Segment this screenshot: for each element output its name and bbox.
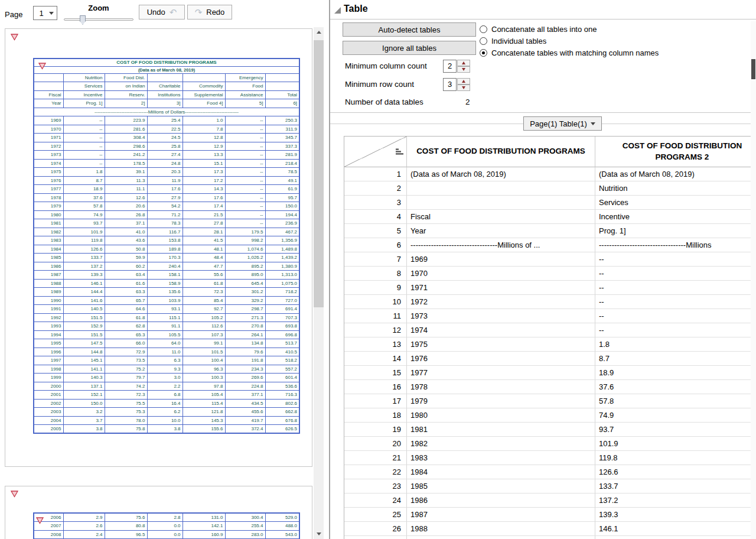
pdf-cell: 153.8 xyxy=(147,236,183,245)
auto-detect-tables-button[interactable]: Auto-detect tables xyxy=(343,22,476,37)
table-red-triangle-icon[interactable] xyxy=(36,516,44,523)
column-header-1[interactable]: COST OF FOOD DISTRIBUTION PROGRAMS xyxy=(407,137,595,167)
table-row[interactable]: 111973-- xyxy=(344,309,756,323)
pdf-cell: 73.5 xyxy=(105,356,147,365)
scroll-up-icon[interactable] xyxy=(314,27,324,37)
pdf-data-row: 1996144.872.911.0101.579.6410.5 xyxy=(34,348,299,356)
table-row[interactable]: 17197957.8 xyxy=(344,394,756,408)
table-row[interactable]: 251987139.3 xyxy=(344,508,756,522)
pdf-cell: 1,439.2 xyxy=(265,254,299,262)
radio-option[interactable]: Individual tables xyxy=(480,36,546,46)
cell-column-2: -- xyxy=(595,309,756,323)
pdf-cell: 12.8 xyxy=(183,134,225,142)
pdf-cell: 49.1 xyxy=(265,176,299,185)
pdf-cell: 137.1 xyxy=(63,382,105,391)
table-row[interactable]: 1(Data as of March 08, 2019)(Data as of … xyxy=(344,167,756,181)
page-red-triangle-icon[interactable] xyxy=(11,33,18,40)
table-row[interactable]: 231985133.7 xyxy=(344,479,756,493)
row-number: 20 xyxy=(344,437,407,451)
table-row[interactable]: 2Nutrition xyxy=(344,181,756,196)
table-row[interactable]: 211983119.8 xyxy=(344,451,756,465)
pdf-cell: Food xyxy=(225,82,265,91)
minimum-row-count-input[interactable]: 3 xyxy=(443,78,457,91)
pdf-cell: 141.1 xyxy=(63,365,105,374)
table-row[interactable]: 6----------------------------------Milli… xyxy=(344,238,756,252)
table-row[interactable]: 16197837.6 xyxy=(344,380,756,394)
pdf-cell: 1977 xyxy=(34,185,63,194)
table-row[interactable]: 261988146.1 xyxy=(344,522,756,536)
table-row[interactable]: 18198074.9 xyxy=(344,408,756,423)
scroll-down-icon[interactable] xyxy=(314,529,324,539)
table-row[interactable]: 1419768.7 xyxy=(344,352,756,366)
radio-option[interactable]: Concatenate all tables into one xyxy=(480,24,597,34)
zoom-slider-thumb[interactable] xyxy=(80,15,86,25)
table-row[interactable]: 4FiscalIncentive xyxy=(344,210,756,224)
table-row[interactable]: 3Services xyxy=(344,196,756,210)
pdf-cell: 48.4 xyxy=(183,254,225,262)
stepper-down-icon[interactable] xyxy=(457,66,470,73)
table-row[interactable]: 121974-- xyxy=(344,323,756,337)
zoom-slider[interactable] xyxy=(64,18,133,21)
pdf-table-2[interactable]: 20062.975.62.8131.0300.4529.020072.680.8… xyxy=(33,512,300,539)
pdf-cell: 707.3 xyxy=(265,313,299,322)
page-table-dropdown[interactable]: Page(1) Table(1) xyxy=(523,116,602,131)
pdf-cell: 676.8 xyxy=(265,416,299,425)
pdf-data-row: 1985133.759.9170.348.41,026.21,439.2 xyxy=(34,254,299,262)
grid-corner-cell[interactable] xyxy=(344,137,407,167)
table-row[interactable]: 91971-- xyxy=(344,281,756,295)
table-row[interactable]: 15197718.9 xyxy=(344,366,756,380)
radio-option[interactable]: Concatenate tables with matching column … xyxy=(480,48,659,57)
pdf-cell: 1999 xyxy=(34,374,63,382)
page-select[interactable]: 1 xyxy=(33,6,57,20)
cell-column-2: (Data as of March 08, 2019) xyxy=(595,167,756,181)
table-row[interactable]: 201982101.9 xyxy=(344,437,756,451)
stepper-up-icon[interactable] xyxy=(457,78,470,85)
options-scrollbar-thumb[interactable] xyxy=(751,59,755,79)
radio-selected-icon[interactable] xyxy=(480,49,487,57)
table-row[interactable]: 271989144.4 xyxy=(344,536,756,539)
table-row[interactable]: 81970-- xyxy=(344,267,756,281)
table-row[interactable]: 241986137.2 xyxy=(344,493,756,508)
table-row[interactable]: 5YearProg. 1] xyxy=(344,224,756,238)
pdf-cell: 467.2 xyxy=(265,228,299,236)
stepper-down-icon[interactable] xyxy=(457,85,470,91)
pdf-cell: Food Dist. xyxy=(105,73,147,82)
chevron-down-icon xyxy=(49,12,54,15)
data-preview-grid: COST OF FOOD DISTRIBUTION PROGRAMS COST … xyxy=(344,136,756,539)
pdf-cell: 158.1 xyxy=(147,271,183,280)
pdf-cell: 1997 xyxy=(34,356,63,365)
minimum-column-count-input[interactable]: 2 xyxy=(443,60,457,73)
ignore-all-tables-button[interactable]: Ignore all tables xyxy=(343,41,476,55)
outline-disclosure-icon[interactable] xyxy=(334,7,341,14)
pdf-cell: -- xyxy=(63,142,105,151)
column-header-2[interactable]: COST OF FOOD DISTRIBUTION PROGRAMS 2 xyxy=(595,137,756,167)
table-row[interactable]: 19198193.7 xyxy=(344,423,756,437)
table-row[interactable]: 101972-- xyxy=(344,295,756,309)
radio-unselected-icon[interactable] xyxy=(480,37,487,45)
cell-column-2: 146.1 xyxy=(595,522,756,536)
pdf-header-row: Serviceson IndianCharitableCommodityFood xyxy=(34,82,299,91)
redo-button[interactable]: ↷ Redo xyxy=(187,5,232,20)
radio-option-label: Individual tables xyxy=(491,37,546,46)
pdf-cell: 116.7 xyxy=(147,228,183,236)
pdf-cell: 74.2 xyxy=(105,382,147,391)
pdf-cell: 2.9 xyxy=(63,513,105,522)
pdf-table-1[interactable]: COST OF FOOD DISTRIBUTION PROGRAMS (Data… xyxy=(33,58,300,434)
pdf-cell: 1.0 xyxy=(183,116,225,125)
page-red-triangle-icon[interactable] xyxy=(11,489,18,496)
cell-column-1: 1980 xyxy=(407,408,595,423)
undo-button[interactable]: Undo ↶ xyxy=(139,5,185,20)
table-red-triangle-icon[interactable] xyxy=(38,61,46,69)
preview-scrollbar-thumb[interactable] xyxy=(314,40,324,307)
table-row[interactable]: 221984126.6 xyxy=(344,465,756,479)
cell-column-2: 18.9 xyxy=(595,366,756,380)
pdf-cell: 311.9 xyxy=(265,125,299,134)
table-row[interactable]: 71969-- xyxy=(344,252,756,267)
table-row[interactable]: 1319751.8 xyxy=(344,337,756,352)
pdf-cell: 61.6 xyxy=(105,279,147,288)
pdf-cell: 105.4 xyxy=(183,391,225,400)
radio-unselected-icon[interactable] xyxy=(480,25,487,33)
preview-scrollbar[interactable] xyxy=(314,27,324,539)
options-scrollbar[interactable] xyxy=(751,21,756,539)
stepper-up-icon[interactable] xyxy=(457,60,470,66)
